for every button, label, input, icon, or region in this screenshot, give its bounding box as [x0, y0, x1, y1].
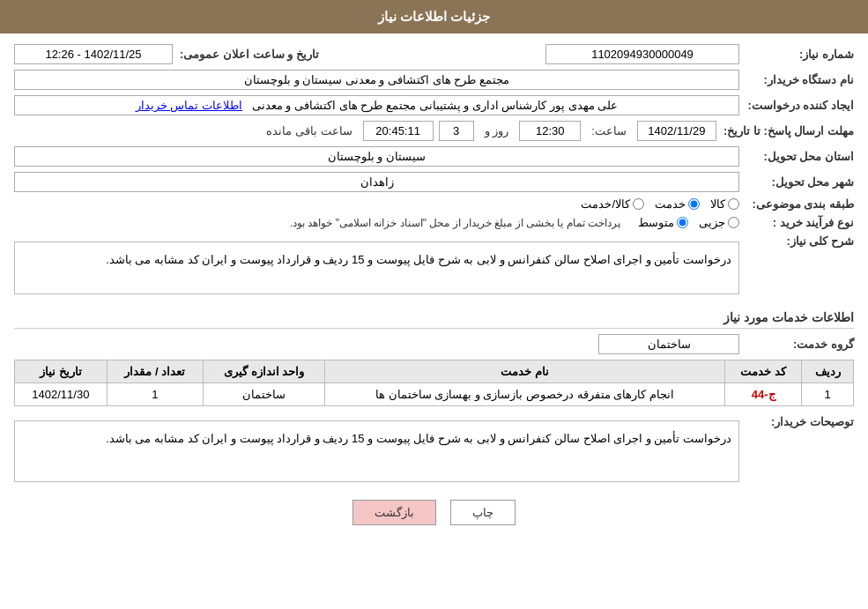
- purchase-radio-jozi[interactable]: [728, 217, 739, 228]
- city-label: شهر محل تحویل:: [739, 175, 854, 189]
- deadline-days: 3: [439, 121, 474, 141]
- service-group-label: گروه خدمت:: [739, 338, 854, 351]
- footer-buttons: چاپ بازگشت: [14, 500, 854, 525]
- page-header: جزئیات اطلاعات نیاز: [0, 0, 868, 33]
- buyer-desc-box: درخواست تأمین و اجرای اصلاح سالن کنفرانس…: [14, 420, 739, 482]
- category-kala-khedmat-label: کالا/خدمت: [581, 197, 630, 211]
- purchase-radio-motavasset[interactable]: [677, 217, 688, 228]
- purchase-type-row: نوع فرآیند خرید : جزیی متوسط پرداخت تمام…: [14, 216, 854, 229]
- col-date: تاریخ نیاز: [15, 360, 108, 383]
- category-radio-khedmat[interactable]: [688, 198, 700, 210]
- creator-label: ایجاد کننده درخواست:: [739, 99, 854, 112]
- province-label: استان محل تحویل:: [739, 150, 854, 163]
- deadline-time: 12:30: [519, 121, 581, 141]
- deadline-time-label: ساعت:: [591, 124, 627, 137]
- announcement-label: تاریخ و ساعت اعلان عمومی:: [173, 48, 319, 61]
- deadline-date: 1402/11/29: [637, 121, 716, 141]
- category-khedmat-label: خدمت: [655, 197, 686, 211]
- buyer-desc-label: توصیحات خریدار:: [739, 415, 854, 428]
- deadline-remaining-label: ساعت باقی مانده: [266, 124, 352, 137]
- buyer-value: مجتمع طرح های اکتشافی و معدنی سیستان و ب…: [14, 70, 739, 90]
- table-header-row: ردیف کد خدمت نام خدمت واحد اندازه گیری ت…: [15, 360, 854, 383]
- creator-value: علی مهدی پور کارشناس اداری و پشتیبانی مج…: [14, 95, 739, 115]
- deadline-label: مهلت ارسال پاسخ: تا تاریخ:: [716, 124, 854, 137]
- cell-name: انجام کارهای متفرقه درخصوص بازسازی و بهس…: [325, 383, 725, 406]
- service-info-title: اطلاعات خدمات مورد نیاز: [14, 310, 854, 329]
- province-value: سیستان و بلوچستان: [14, 146, 739, 167]
- purchase-note: پرداخت تمام یا بخشی از مبلغ خریدار از مح…: [290, 217, 620, 229]
- buyer-desc-row: توصیحات خریدار: درخواست تأمین و اجرای اص…: [14, 415, 854, 487]
- col-quantity: تعداد / مقدار: [107, 360, 203, 383]
- category-option-kala-khedmat[interactable]: کالا/خدمت: [581, 197, 644, 211]
- creator-row: ایجاد کننده درخواست: علی مهدی پور کارشنا…: [14, 95, 854, 115]
- table-row: 1 ج-44 انجام کارهای متفرقه درخصوص بازساز…: [15, 383, 854, 406]
- purchase-option-jozi[interactable]: جزیی: [699, 216, 739, 229]
- need-number-label: شماره نیاز:: [739, 48, 854, 61]
- print-button[interactable]: چاپ: [450, 500, 516, 525]
- description-row: شرح کلی نیاز: درخواست تأمین و اجرای اصلا…: [14, 234, 854, 301]
- city-value: زاهدان: [14, 172, 739, 192]
- buyer-desc-text: درخواست تأمین و اجرای اصلاح سالن کنفرانس…: [106, 432, 731, 445]
- cell-date: 1402/11/30: [15, 383, 108, 406]
- category-label: طبقه بندی موضوعی:: [739, 197, 854, 211]
- col-unit: واحد اندازه گیری: [204, 360, 325, 383]
- cell-unit: ساختمان: [204, 383, 325, 406]
- contact-link[interactable]: اطلاعات تماس خریدار: [136, 99, 242, 112]
- purchase-radio-group: جزیی متوسط پرداخت تمام یا بخشی از مبلغ خ…: [290, 216, 739, 229]
- purchase-motavasset-label: متوسط: [638, 216, 674, 229]
- creator-text: علی مهدی پور کارشناس اداری و پشتیبانی مج…: [252, 99, 618, 112]
- description-text: درخواست تأمین و اجرای اصلاح سالن کنفرانس…: [106, 253, 731, 266]
- buyer-label: نام دستگاه خریدار:: [739, 73, 854, 86]
- purchase-type-label: نوع فرآیند خرید :: [739, 216, 854, 229]
- deadline-remaining: 20:45:11: [363, 121, 434, 141]
- description-label: شرح کلی نیاز:: [739, 234, 854, 248]
- category-kala-label: کالا: [710, 197, 725, 211]
- main-content: شماره نیاز: 1102094930000049 تاریخ و ساع…: [0, 33, 868, 545]
- category-radio-group: کالا خدمت کالا/خدمت: [581, 197, 739, 211]
- deadline-days-label: روز و: [485, 124, 509, 137]
- category-radio-kala[interactable]: [728, 198, 739, 210]
- deadline-row: مهلت ارسال پاسخ: تا تاریخ: 1402/11/29 سا…: [14, 121, 854, 141]
- top-info-row: شماره نیاز: 1102094930000049 تاریخ و ساع…: [14, 44, 854, 64]
- purchase-option-motavasset[interactable]: متوسط: [638, 216, 688, 229]
- cell-quantity: 1: [107, 383, 203, 406]
- deadline-info: 1402/11/29 ساعت: 12:30 روز و 3 20:45:11 …: [14, 121, 716, 141]
- category-radio-kala-khedmat[interactable]: [633, 198, 644, 210]
- back-button[interactable]: بازگشت: [352, 500, 436, 525]
- col-row: ردیف: [802, 360, 854, 383]
- announcement-value: 1402/11/25 - 12:26: [14, 44, 173, 64]
- description-box: درخواست تأمین و اجرای اصلاح سالن کنفرانس…: [14, 241, 739, 294]
- services-table: ردیف کد خدمت نام خدمت واحد اندازه گیری ت…: [14, 360, 854, 406]
- col-name: نام خدمت: [325, 360, 725, 383]
- city-row: شهر محل تحویل: زاهدان: [14, 172, 854, 192]
- cell-row: 1: [802, 383, 854, 406]
- purchase-jozi-label: جزیی: [699, 216, 725, 229]
- need-number-value: 1102094930000049: [545, 44, 739, 64]
- category-option-khedmat[interactable]: خدمت: [655, 197, 700, 211]
- page-wrapper: جزئیات اطلاعات نیاز شماره نیاز: 11020949…: [0, 0, 868, 609]
- page-title: جزئیات اطلاعات نیاز: [378, 9, 490, 24]
- service-group-row: گروه خدمت: ساختمان: [14, 334, 854, 354]
- category-row: طبقه بندی موضوعی: کالا خدمت کالا/خدمت: [14, 197, 854, 211]
- buyer-row: نام دستگاه خریدار: مجتمع طرح های اکتشافی…: [14, 70, 854, 90]
- col-code: کد خدمت: [724, 360, 801, 383]
- category-option-kala[interactable]: کالا: [710, 197, 739, 211]
- service-group-value: ساختمان: [598, 334, 739, 354]
- province-row: استان محل تحویل: سیستان و بلوچستان: [14, 146, 854, 167]
- cell-code: ج-44: [724, 383, 801, 406]
